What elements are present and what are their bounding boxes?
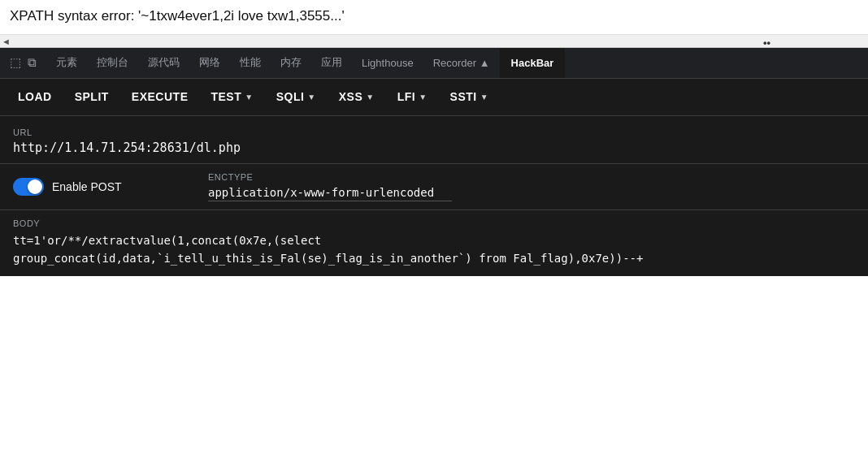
test-dropdown-arrow: ▼ (245, 93, 253, 102)
tab-performance[interactable]: 性能 (230, 48, 271, 78)
enctype-section: enctype application/x-www-form-urlencode… (192, 172, 855, 201)
devtools-tab-bar: ⬚ ⧉ 元素 控制台 源代码 网络 性能 内存 应用 Lighthouse Re… (0, 48, 868, 79)
body-section: Body tt=1'or/**/extractvalue(1,concat(0x… (0, 210, 868, 276)
ssti-button[interactable]: SSTI ▼ (439, 85, 501, 108)
enable-post-label: Enable POST (52, 180, 122, 193)
tab-console[interactable]: 控制台 (87, 48, 138, 78)
xss-button[interactable]: XSS ▼ (328, 85, 386, 108)
cursor-icon[interactable]: ⬚ (7, 55, 24, 70)
url-label: URL (13, 127, 855, 137)
tab-lighthouse[interactable]: Lighthouse (352, 48, 423, 78)
inspect-icon[interactable]: ⧉ (24, 55, 40, 70)
scroll-left-arrow: ◄ (2, 37, 11, 46)
enctype-value[interactable]: application/x-www-form-urlencoded (208, 186, 452, 201)
enable-post-wrapper: Enable POST (13, 178, 192, 196)
test-button[interactable]: TEST ▼ (199, 85, 264, 108)
xss-dropdown-arrow: ▼ (366, 93, 374, 102)
devtools-icon-group: ⬚ ⧉ (0, 48, 46, 78)
split-button[interactable]: SPLIT (63, 85, 120, 108)
lfi-dropdown-arrow: ▼ (419, 93, 427, 102)
hackbar-content: URL http://1.14.71.254:28631/dl.php Enab… (0, 116, 868, 276)
url-section: URL http://1.14.71.254:28631/dl.php (0, 116, 868, 164)
post-section: Enable POST enctype application/x-www-fo… (0, 164, 868, 210)
tab-elements[interactable]: 元素 (46, 48, 87, 78)
load-button[interactable]: LOAD (7, 85, 63, 108)
scroll-hint-bar: ◄ •• (0, 35, 868, 48)
toggle-thumb (28, 179, 42, 194)
tab-recorder[interactable]: Recorder ▲ (423, 48, 500, 78)
hackbar-toolbar: LOAD SPLIT EXECUTE TEST ▼ SQLI ▼ XSS ▼ L… (0, 79, 868, 116)
tab-sources[interactable]: 源代码 (138, 48, 189, 78)
tab-network[interactable]: 网络 (189, 48, 230, 78)
enable-post-toggle[interactable] (13, 178, 44, 196)
sqli-dropdown-arrow: ▼ (307, 93, 315, 102)
url-value[interactable]: http://1.14.71.254:28631/dl.php (13, 140, 855, 155)
body-label: Body (13, 218, 855, 228)
scroll-dots: •• (763, 37, 770, 49)
tab-hackbar[interactable]: HackBar (500, 48, 566, 78)
execute-button[interactable]: EXECUTE (120, 85, 200, 108)
tab-application[interactable]: 应用 (311, 48, 352, 78)
error-message: XPATH syntax error: '~1txw4ever1,2i love… (0, 0, 868, 35)
body-value[interactable]: tt=1'or/**/extractvalue(1,concat(0x7e,(s… (13, 231, 855, 268)
lfi-button[interactable]: LFI ▼ (386, 85, 439, 108)
ssti-dropdown-arrow: ▼ (480, 93, 488, 102)
tab-memory[interactable]: 内存 (271, 48, 311, 78)
enctype-label: enctype (208, 172, 855, 182)
sqli-button[interactable]: SQLI ▼ (265, 85, 328, 108)
